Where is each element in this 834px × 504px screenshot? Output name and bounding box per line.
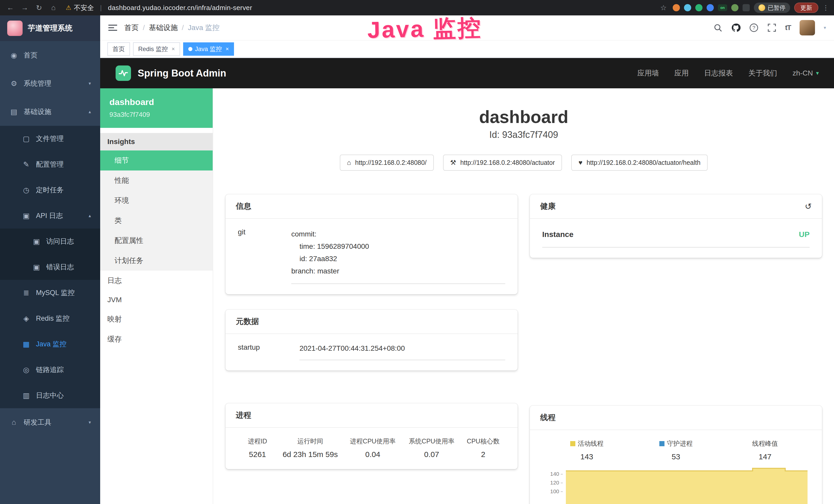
browser-forward-icon[interactable]: →: [20, 4, 30, 12]
profile-paused-badge[interactable]: 已暂停: [754, 3, 790, 13]
bookmark-star-icon[interactable]: ☆: [658, 4, 668, 12]
browser-menu-icon[interactable]: ⋮: [822, 4, 829, 12]
sba-item-metrics[interactable]: 性能: [100, 170, 213, 190]
sba-header: Spring Boot Admin 应用墙 应用 日志报表 关于我们 zh-CN…: [100, 58, 834, 88]
sba-nav-journal[interactable]: 日志报表: [704, 68, 733, 78]
sba-section-insights[interactable]: Insights: [100, 133, 213, 151]
info-key-git: git: [238, 228, 269, 284]
security-indicator[interactable]: ⚠ 不安全: [66, 3, 94, 12]
font-size-icon[interactable]: tT: [785, 24, 791, 32]
sba-nav-wallboard[interactable]: 应用墙: [637, 68, 659, 78]
sba-item-mappings[interactable]: 映射: [100, 309, 213, 329]
process-col-uptime: 运行时间 6d 23h 15m 59s: [277, 437, 344, 459]
sba-item-caches[interactable]: 缓存: [100, 329, 213, 349]
tab-label: 首页: [112, 45, 125, 53]
security-label: 不安全: [74, 3, 94, 12]
y-axis-tick: 120: [544, 480, 563, 485]
health-url-link[interactable]: ♥ http://192.168.0.2:48080/actuator/heal…: [571, 155, 708, 171]
process-col-system-cpu: 系统CPU使用率 0.07: [402, 437, 461, 459]
extension-icon-grid[interactable]: [707, 4, 714, 11]
sidebar-item-java-monitor[interactable]: ▦ Java 监控: [0, 331, 100, 357]
browser-back-icon[interactable]: ←: [5, 4, 16, 12]
health-instance-row[interactable]: Instance UP: [542, 230, 810, 248]
service-url-link[interactable]: ⌂ http://192.168.0.2:48080/: [340, 155, 434, 171]
address-bar-url[interactable]: dashboard.yudao.iocoder.cn/infra/admin-s…: [108, 4, 252, 12]
sba-item-scheduled-tasks[interactable]: 计划任务: [100, 251, 213, 271]
monitor-icon: ▤: [9, 108, 19, 116]
sba-item-config-props[interactable]: 配置属性: [100, 231, 213, 251]
wrench-icon: ⚒: [450, 159, 456, 167]
close-icon[interactable]: ×: [225, 46, 229, 52]
extension-icon-green[interactable]: [695, 4, 702, 11]
sidebar-item-file-mgmt[interactable]: ▢ 文件管理: [0, 126, 100, 152]
sidebar-item-dev-tools[interactable]: ⌂ 研发工具 ▾: [0, 408, 100, 436]
threads-chart: 140 120 100: [542, 468, 810, 504]
live-threads-swatch: [570, 441, 575, 446]
sba-item-classes[interactable]: 类: [100, 210, 213, 231]
menu-label: Redis 监控: [36, 314, 70, 323]
user-avatar[interactable]: [799, 20, 815, 36]
page-subtitle: Id: 93a3fc7f7409: [225, 130, 822, 140]
help-icon[interactable]: ?: [749, 23, 759, 32]
sidebar-item-error-logs[interactable]: ▣ 错误日志: [0, 254, 100, 280]
browser-home-icon[interactable]: ⌂: [48, 4, 59, 12]
instance-header[interactable]: dashboard 93a3fc7f7409: [100, 88, 213, 128]
sidebar-item-api-logs[interactable]: ▣ API 日志 ▴: [0, 203, 100, 229]
avatar-caret-icon[interactable]: ▾: [824, 25, 826, 30]
metadata-card-title: 元数据: [225, 310, 518, 334]
browser-reload-icon[interactable]: ↻: [34, 4, 44, 12]
sidebar-item-tracing[interactable]: ◎ 链路追踪: [0, 357, 100, 383]
breadcrumb-infrastructure[interactable]: 基础设施: [149, 23, 178, 32]
instance-id: 93a3fc7f7409: [109, 111, 203, 119]
actuator-url-link[interactable]: ⚒ http://192.168.0.2:48080/actuator: [443, 155, 562, 171]
sba-item-jvm[interactable]: JVM: [100, 291, 213, 309]
hamburger-icon[interactable]: [108, 25, 117, 31]
sba-nav-about[interactable]: 关于我们: [748, 68, 777, 78]
extension-icon-blue-drop[interactable]: [684, 4, 691, 11]
sidebar-item-infrastructure[interactable]: ▤ 基础设施 ▴: [0, 97, 100, 126]
git-id-line: id: 27aa832: [291, 253, 505, 265]
extension-icon-leaf[interactable]: [731, 4, 739, 11]
sba-item-logs[interactable]: 日志: [100, 271, 213, 291]
sidebar-item-mysql-monitor[interactable]: ≣ MySQL 监控: [0, 280, 100, 305]
extensions-puzzle-icon[interactable]: [743, 4, 750, 11]
search-icon[interactable]: [713, 23, 723, 32]
sba-item-details[interactable]: 细节: [100, 151, 213, 170]
menu-label: 研发工具: [24, 418, 51, 427]
tab-redis-monitor[interactable]: Redis 监控 ×: [133, 42, 180, 56]
legend-label: 活动线程: [578, 439, 603, 448]
tab-home[interactable]: 首页: [107, 42, 130, 56]
info-git-value: commit: time: 1596289704000 id: 27aa832 …: [291, 228, 505, 284]
sidebar-item-home[interactable]: ◉ 首页: [0, 41, 100, 69]
chrome-update-button[interactable]: 更新: [794, 3, 818, 13]
sba-nav-applications[interactable]: 应用: [675, 68, 689, 78]
app-logo[interactable]: 芋道管理系统: [0, 16, 100, 41]
github-icon[interactable]: [731, 23, 741, 32]
sidebar-item-access-logs[interactable]: ▣ 访问日志: [0, 229, 100, 254]
sba-item-environment[interactable]: 环境: [100, 190, 213, 210]
sidebar-item-config-mgmt[interactable]: ✎ 配置管理: [0, 152, 100, 177]
sidebar-item-log-center[interactable]: ▥ 日志中心: [0, 383, 100, 408]
health-card-title: 健康: [540, 201, 555, 211]
breadcrumb-home[interactable]: 首页: [124, 23, 139, 32]
sidebar-item-system-mgmt[interactable]: ⚙ 系统管理 ▾: [0, 69, 100, 97]
spring-boot-admin-logo-icon[interactable]: [115, 66, 131, 81]
close-icon[interactable]: ×: [172, 46, 175, 52]
sidebar-item-redis-monitor[interactable]: ◈ Redis 监控: [0, 305, 100, 331]
extension-icon-on-badge[interactable]: on: [718, 4, 727, 11]
sba-brand-title[interactable]: Spring Boot Admin: [138, 68, 226, 79]
fullscreen-icon[interactable]: [767, 23, 776, 32]
history-icon[interactable]: ↺: [805, 202, 812, 211]
extension-icon-orange[interactable]: [673, 4, 680, 11]
sba-language-select[interactable]: zh-CN ▾: [793, 69, 819, 77]
health-icon: ♥: [578, 159, 582, 167]
menu-label: MySQL 监控: [36, 288, 75, 297]
link-url: http://192.168.0.2:48080/actuator: [460, 159, 555, 166]
tab-label: Java 监控: [195, 45, 222, 53]
threads-card: 线程 活动线程 143: [530, 406, 822, 504]
menu-label: 基础设施: [24, 107, 51, 116]
warning-icon: ⚠: [66, 4, 71, 11]
sidebar-item-scheduled-tasks[interactable]: ◷ 定时任务: [0, 177, 100, 203]
tab-java-monitor[interactable]: Java 监控 ×: [183, 42, 234, 56]
link-url: http://192.168.0.2:48080/actuator/health: [587, 159, 700, 166]
